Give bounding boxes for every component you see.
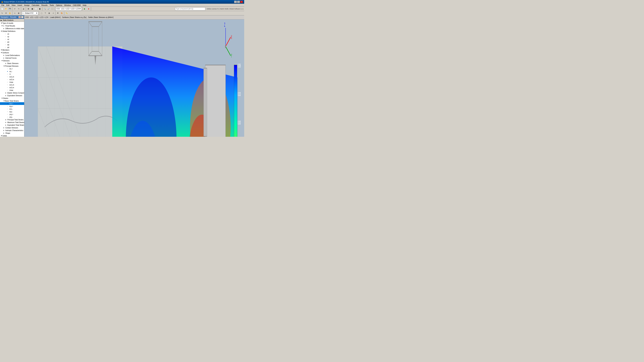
maximize-button[interactable]: □: [237, 1, 240, 3]
tree-expand-28[interactable]: ▼: [1, 97, 3, 99]
minimize-button[interactable]: ─: [234, 1, 237, 3]
tree-item-0[interactable]: ▼Type of results: [0, 22, 24, 24]
tree-item-33[interactable]: ○εyy,-: [0, 110, 24, 113]
tree-item-35[interactable]: ○γxy,-: [0, 116, 24, 118]
tree-item-6[interactable]: ○uz: [0, 38, 24, 40]
viewport[interactable]: 0.06 0.03 0.00 -0.03 -0.05 -0.08 -0.10 X…: [24, 15, 244, 137]
view4-button[interactable]: ◧: [38, 7, 42, 11]
tree-item-11[interactable]: ▼Surfaces: [0, 51, 24, 54]
menu-item-file[interactable]: File: [0, 4, 5, 6]
view3-button[interactable]: ⬜: [34, 7, 38, 11]
tree-item-5[interactable]: ○uy: [0, 35, 24, 38]
color-button[interactable]: 🎨: [60, 11, 64, 15]
combo-co[interactable]: CO2 · LC1 + LC2 + LC3 + LC4 ▼: [56, 7, 82, 10]
tree-item-18[interactable]: ●σz,-: [0, 70, 24, 73]
menu-item-calculate[interactable]: Calculate: [31, 4, 40, 6]
rotate-button[interactable]: ⟳: [4, 11, 8, 15]
tree-item-28[interactable]: ▼Strains: [0, 97, 24, 99]
tree-expand-16[interactable]: ▼: [3, 65, 5, 67]
nav-pin-button[interactable]: 📌: [18, 16, 21, 18]
tree-item-39[interactable]: ◉Contact Stresses: [0, 126, 24, 129]
tree-item-22[interactable]: ○τmax: [0, 81, 24, 83]
zoom-fit-button[interactable]: ⛶: [51, 7, 54, 11]
select-button[interactable]: ↖: [0, 11, 4, 15]
tree-item-40[interactable]: ◉Isotropic Characteristics: [0, 129, 24, 132]
tree-expand-10[interactable]: ▼: [1, 49, 2, 51]
tree-item-3[interactable]: ▼Global Definitions: [0, 30, 24, 32]
close-button[interactable]: ✕: [240, 1, 243, 3]
tree-item-37[interactable]: ◉Maximum Total Strains: [0, 121, 24, 124]
snap-btn[interactable]: ⊹: [13, 11, 16, 15]
menu-item-insert[interactable]: Insert: [16, 4, 23, 6]
tree-item-23[interactable]: ○σz1,m: [0, 83, 24, 86]
measure-button[interactable]: 📏: [65, 11, 68, 15]
tree-item-12[interactable]: ◉Local Deformations: [0, 54, 24, 57]
print-button[interactable]: 🖨: [22, 7, 25, 11]
tree-item-29[interactable]: ▼Basic Total Strains: [0, 99, 24, 102]
zoom-in-button[interactable]: 🔍: [43, 7, 46, 11]
open-button[interactable]: 📂: [4, 7, 8, 11]
grid-btn[interactable]: ⊞: [17, 11, 20, 15]
tree-item-7[interactable]: ○φx: [0, 40, 24, 43]
tree-item-30[interactable]: ●εxx,+: [0, 102, 24, 105]
menu-item-options[interactable]: Options: [55, 4, 63, 6]
tree-item-27[interactable]: ◉Equivalent Stresses: [0, 94, 24, 97]
tree-item-42[interactable]: ▼Solids: [0, 134, 24, 137]
tree-item-21[interactable]: ○σz2,m: [0, 78, 24, 81]
menu-item-tools[interactable]: Tools: [48, 4, 55, 6]
side-view-button[interactable]: ⊣: [51, 11, 55, 15]
tree-item-38[interactable]: ◉Equivalent Total Strains: [0, 124, 24, 126]
menu-item-view[interactable]: View: [10, 4, 16, 6]
tree-expand-0[interactable]: ▼: [1, 22, 2, 24]
save-button[interactable]: 💾: [8, 7, 12, 11]
view1-button[interactable]: ⊞: [26, 7, 30, 11]
tree-item-17[interactable]: ○σz,+: [0, 67, 24, 70]
top-view-button[interactable]: ⊤: [44, 11, 47, 15]
tree-item-10[interactable]: ▼Members: [0, 49, 24, 51]
view-combo[interactable]: 1 · Global XYZ ▼: [22, 11, 38, 15]
tree-item-14[interactable]: ▼Stresses: [0, 59, 24, 62]
menu-item-cad-bim[interactable]: CAD-BIM: [72, 4, 82, 6]
undo-button[interactable]: ↩: [13, 7, 16, 11]
title-bar-controls[interactable]: ─ □ ✕: [234, 1, 243, 3]
tree-item-15[interactable]: ◉Basic Stresses: [0, 62, 24, 65]
tree-item-34[interactable]: ○γxy,+: [0, 113, 24, 116]
tree-expand-11[interactable]: ▼: [1, 52, 2, 53]
menu-item-help[interactable]: Help: [82, 4, 88, 6]
tree-item-2[interactable]: ◉Differences to initial state: [0, 27, 24, 30]
tree-item-9[interactable]: ○φz: [0, 46, 24, 49]
iso-view-button[interactable]: ⬚: [40, 11, 43, 15]
nav-sub-header[interactable]: ▶ Static Analysis: [0, 19, 24, 22]
tree-item-36[interactable]: ◉Principal Total Strains: [0, 118, 24, 121]
view2-button[interactable]: ▦: [30, 7, 34, 11]
stop-button[interactable]: ■: [87, 7, 90, 11]
nav-controls[interactable]: 📌 ✕: [18, 16, 24, 18]
tree-item-1[interactable]: ▼◉Final Results: [0, 24, 24, 27]
search-input[interactable]: [175, 7, 205, 10]
nav-close-button[interactable]: ✕: [21, 16, 24, 18]
run-button[interactable]: ▶: [83, 7, 86, 11]
tree-item-25[interactable]: ○τmax: [0, 89, 24, 91]
front-view-button[interactable]: ⊞: [47, 11, 51, 15]
menu-item-assign[interactable]: Assign: [23, 4, 31, 6]
tree-item-4[interactable]: ○ux: [0, 32, 24, 35]
tree-item-8[interactable]: ○φy: [0, 43, 24, 46]
tree-item-19[interactable]: ○τ+: [0, 73, 24, 75]
tree-expand-29[interactable]: ▼: [3, 100, 5, 102]
tree-item-13[interactable]: ◉Internal Forces: [0, 57, 24, 59]
display-button[interactable]: 👁: [56, 11, 60, 15]
redo-button[interactable]: ↪: [17, 7, 20, 11]
menu-item-edit[interactable]: Edit: [5, 4, 10, 6]
tree-expand-1[interactable]: ▼: [1, 25, 3, 27]
tree-item-26[interactable]: ◉Elastic Stress Components: [0, 91, 24, 94]
new-button[interactable]: 📄: [0, 7, 4, 11]
zoom-out-button[interactable]: 🔎: [47, 7, 50, 11]
tree-item-32[interactable]: ○εxx,-: [0, 108, 24, 110]
tree-item-31[interactable]: ○εyy,+: [0, 105, 24, 108]
menu-item-results[interactable]: Results: [40, 4, 49, 6]
tree-item-20[interactable]: ○σz1,m: [0, 75, 24, 78]
tree-item-24[interactable]: ○σz2,m: [0, 86, 24, 89]
tree-item-16[interactable]: ▼Principal Stresses: [0, 65, 24, 67]
tree-expand-3[interactable]: ▼: [1, 30, 2, 32]
tree-expand-42[interactable]: ▼: [1, 135, 2, 137]
